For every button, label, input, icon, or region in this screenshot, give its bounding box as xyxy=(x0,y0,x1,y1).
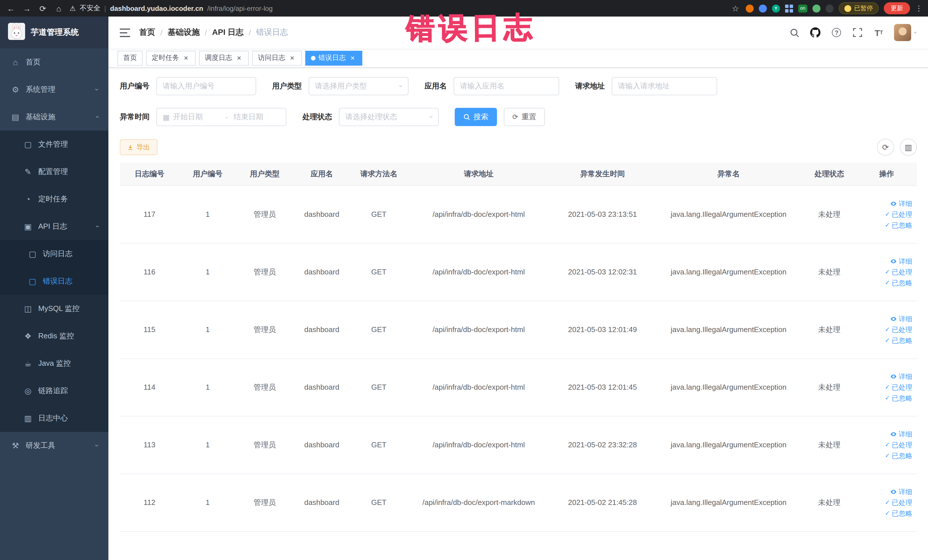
close-icon[interactable]: × xyxy=(182,54,190,62)
sidebar-item-6[interactable]: ▣API 日志› xyxy=(0,213,108,240)
processed-link[interactable]: ✓已处理 xyxy=(885,211,912,218)
extension-green-icon[interactable] xyxy=(812,4,820,12)
process-status-select[interactable]: 请选择处理状态 › xyxy=(339,108,439,126)
close-icon[interactable]: × xyxy=(349,54,357,62)
tab-2[interactable]: 调度日志× xyxy=(199,50,249,65)
cell-exception: java.lang.IllegalArgumentException xyxy=(655,416,802,473)
search-button-label: 搜索 xyxy=(473,112,488,122)
user-id-input[interactable]: 请输入用户编号 xyxy=(156,77,256,95)
request-url-input[interactable]: 请输入请求地址 xyxy=(612,77,717,95)
cell-method: GET xyxy=(350,185,408,243)
extension-teal-icon[interactable]: Y xyxy=(772,4,780,12)
action-label: 详细 xyxy=(899,200,912,207)
font-size-icon[interactable]: TT xyxy=(873,27,885,38)
table-row: 1161管理员dashboardGET/api/infra/db-doc/exp… xyxy=(120,243,917,301)
sidebar-item-5[interactable]: ◔定时任务 xyxy=(0,185,108,213)
ignored-link[interactable]: ✓已忽略 xyxy=(885,279,912,286)
sidebar-item-9[interactable]: ◫MySQL 监控 xyxy=(0,295,108,322)
paused-badge[interactable]: 已暂停 xyxy=(839,2,879,14)
detail-link[interactable]: 详细 xyxy=(890,430,912,437)
cell-log_id: 114 xyxy=(120,358,179,416)
sidebar-item-8[interactable]: ▢错误日志 xyxy=(0,268,108,295)
refresh-table-button[interactable]: ⟳ xyxy=(877,139,894,156)
fullscreen-icon[interactable] xyxy=(852,27,864,38)
ignored-link[interactable]: ✓已忽略 xyxy=(885,452,912,459)
processed-link[interactable]: ✓已处理 xyxy=(885,269,912,275)
browser-menu-icon[interactable]: ⋮ xyxy=(915,4,923,12)
sidebar-item-2[interactable]: ▤基础设施› xyxy=(0,103,108,131)
user-menu[interactable]: › xyxy=(894,24,917,41)
search-button[interactable]: 搜索 xyxy=(455,108,497,126)
close-icon[interactable]: × xyxy=(288,54,296,62)
extension-grid-icon[interactable] xyxy=(785,4,793,12)
browser-actions: ☆ Y on 已暂停 更新 ⋮ xyxy=(730,2,923,14)
browser-home-icon[interactable]: ⌂ xyxy=(53,4,64,12)
tab-4[interactable]: 错误日志× xyxy=(305,50,362,65)
export-button[interactable]: 导出 xyxy=(120,139,157,155)
filter-user-type: 用户类型 请选择用户类型 › xyxy=(272,77,409,95)
extension-blue-icon[interactable] xyxy=(759,4,767,12)
search-icon[interactable] xyxy=(789,27,800,38)
sidebar-item-14[interactable]: ⚒研发工具› xyxy=(0,432,108,459)
cell-user_id: 1 xyxy=(179,243,236,301)
hamburger-icon[interactable] xyxy=(120,28,130,37)
column-settings-button[interactable]: ▥ xyxy=(900,139,917,156)
check-icon: ✓ xyxy=(885,384,890,390)
update-button[interactable]: 更新 xyxy=(884,2,910,14)
user-type-select[interactable]: 请选择用户类型 › xyxy=(309,77,409,95)
processed-link[interactable]: ✓已处理 xyxy=(885,441,912,448)
back-icon[interactable]: ← xyxy=(6,4,16,12)
address-bar[interactable]: ⚠ 不安全 | dashboard.yudao.iocoder.cn/infra… xyxy=(70,3,273,13)
sidebar-item-12[interactable]: ◎链路追踪 xyxy=(0,377,108,404)
action-label: 已忽略 xyxy=(892,222,912,229)
processed-link[interactable]: ✓已处理 xyxy=(885,499,912,506)
ignored-link[interactable]: ✓已忽略 xyxy=(885,337,912,344)
extension-orange-icon[interactable] xyxy=(746,4,754,12)
tab-0[interactable]: 首页 xyxy=(118,50,143,65)
sidebar-item-4[interactable]: ✎配置管理 xyxy=(0,158,108,185)
app-name-label: 应用名 xyxy=(424,81,447,91)
sidebar-item-label: Java 监控 xyxy=(38,358,71,369)
extension-paw-icon[interactable] xyxy=(826,4,833,12)
processed-link[interactable]: ✓已处理 xyxy=(885,326,912,333)
action-label: 已处理 xyxy=(892,269,912,275)
breadcrumb-item-2[interactable]: API 日志 xyxy=(212,27,244,38)
close-icon[interactable]: × xyxy=(235,54,243,62)
tab-3[interactable]: 访问日志× xyxy=(252,50,302,65)
forward-icon[interactable]: → xyxy=(22,4,32,12)
reset-button-label: 重置 xyxy=(522,112,536,122)
detail-link[interactable]: 详细 xyxy=(890,315,912,322)
sidebar-item-3[interactable]: ▢文件管理 xyxy=(0,131,108,158)
sidebar-item-0[interactable]: ⌂首页 xyxy=(0,49,108,76)
breadcrumb-item-1[interactable]: 基础设施 xyxy=(168,27,200,38)
ignored-link[interactable]: ✓已忽略 xyxy=(885,510,912,517)
processed-link[interactable]: ✓已处理 xyxy=(885,384,912,391)
github-icon[interactable] xyxy=(810,27,821,38)
breadcrumb-item-0[interactable]: 首页 xyxy=(139,27,155,38)
help-icon[interactable]: ? xyxy=(831,27,843,38)
detail-link[interactable]: 详细 xyxy=(890,488,912,495)
logo[interactable]: 芋道管理系统 xyxy=(0,17,108,49)
check-icon: ✓ xyxy=(885,499,890,505)
sidebar-item-11[interactable]: ☕Java 监控 xyxy=(0,350,108,377)
row-actions: 详细✓已处理✓已忽略 xyxy=(859,200,914,229)
ignored-link[interactable]: ✓已忽略 xyxy=(885,222,912,229)
sidebar-item-10[interactable]: ❖Redis 监控 xyxy=(0,322,108,350)
sidebar-item-13[interactable]: ▥日志中心 xyxy=(0,404,108,432)
sidebar-item-1[interactable]: ⚙系统管理› xyxy=(0,76,108,103)
column-header-5: 请求地址 xyxy=(408,163,550,185)
row-actions: 详细✓已处理✓已忽略 xyxy=(859,488,914,517)
detail-link[interactable]: 详细 xyxy=(890,373,912,380)
reset-button[interactable]: ⟳ 重置 xyxy=(504,108,545,126)
extension-on-icon[interactable]: on xyxy=(798,4,807,12)
date-range-picker[interactable]: ▦ 开始日期 - 结束日期 xyxy=(156,108,286,126)
reload-icon[interactable]: ⟳ xyxy=(38,4,48,12)
tab-1[interactable]: 定时任务× xyxy=(146,50,196,65)
sidebar-item-7[interactable]: ▢访问日志 xyxy=(0,240,108,268)
detail-link[interactable]: 详细 xyxy=(890,200,912,207)
eye-icon xyxy=(890,315,897,322)
bookmark-star-icon[interactable]: ☆ xyxy=(730,4,740,12)
ignored-link[interactable]: ✓已忽略 xyxy=(885,395,912,401)
detail-link[interactable]: 详细 xyxy=(890,258,912,264)
app-name-input[interactable]: 请输入应用名 xyxy=(453,77,559,95)
